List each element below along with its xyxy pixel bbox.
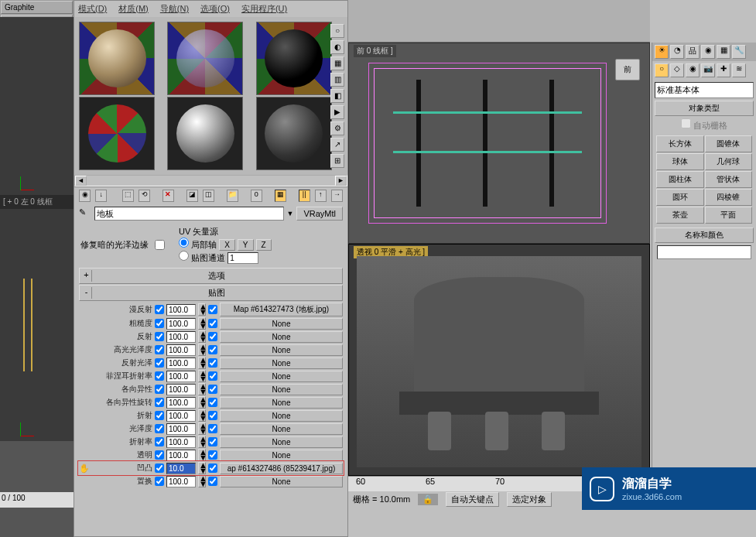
map-slot-button[interactable]: None bbox=[220, 344, 343, 356]
map-channel-input[interactable] bbox=[227, 252, 258, 264]
map-amount-input[interactable] bbox=[166, 463, 196, 474]
viewcube-front[interactable]: 前 bbox=[615, 59, 640, 80]
map-on-checkbox[interactable] bbox=[208, 385, 217, 394]
reset-map-icon[interactable]: ⟲ bbox=[139, 190, 150, 202]
primitive-button[interactable]: 圆环 bbox=[656, 189, 704, 206]
expand-icon[interactable]: + bbox=[81, 270, 92, 282]
object-name-input[interactable] bbox=[657, 245, 751, 259]
spinner-buttons[interactable]: ▲▼ bbox=[198, 370, 206, 382]
primitive-button[interactable]: 球体 bbox=[656, 153, 704, 170]
map-on-checkbox[interactable] bbox=[208, 332, 217, 341]
map-on-checkbox[interactable] bbox=[208, 437, 217, 446]
map-on-checkbox[interactable] bbox=[208, 319, 217, 328]
map-enable-checkbox[interactable] bbox=[155, 424, 164, 433]
viewport-perspective[interactable]: 透视 0 平滑 + 高光 ] 前 bbox=[348, 244, 650, 476]
map-on-checkbox[interactable] bbox=[208, 398, 217, 407]
spinner-buttons[interactable]: ▲▼ bbox=[198, 383, 206, 395]
make-unique-icon[interactable]: ◫ bbox=[203, 190, 214, 202]
map-enable-checkbox[interactable] bbox=[155, 358, 164, 368]
map-amount-input[interactable] bbox=[166, 450, 196, 461]
menu-nav[interactable]: 导航(N) bbox=[160, 3, 189, 15]
geometry-category-dropdown[interactable]: 标准基本体 bbox=[655, 82, 754, 98]
map-amount-input[interactable] bbox=[166, 318, 196, 330]
map-slot-button[interactable]: None bbox=[220, 410, 343, 422]
spinner-buttons[interactable]: ▲▼ bbox=[198, 462, 206, 474]
select-by-mat-icon[interactable]: ↗ bbox=[330, 138, 344, 152]
video-check-icon[interactable]: ◧ bbox=[330, 89, 344, 103]
modify-tab-icon[interactable]: ◔ bbox=[670, 45, 684, 59]
map-enable-checkbox[interactable] bbox=[155, 319, 164, 328]
material-type-button[interactable]: VRayMtl bbox=[296, 207, 343, 221]
dark-edge-checkbox[interactable] bbox=[155, 240, 165, 250]
map-slot-button[interactable]: None bbox=[220, 371, 343, 382]
map-amount-input[interactable] bbox=[166, 476, 196, 487]
spinner-buttons[interactable]: ▲▼ bbox=[198, 422, 206, 435]
map-amount-input[interactable] bbox=[166, 357, 196, 369]
create-tab-icon[interactable]: ☀ bbox=[655, 45, 669, 59]
shapes-tab-icon[interactable]: ◇ bbox=[670, 63, 684, 77]
menu-options[interactable]: 选项(O) bbox=[200, 3, 230, 15]
spinner-buttons[interactable]: ▲▼ bbox=[198, 449, 206, 461]
map-amount-input[interactable] bbox=[166, 304, 196, 316]
lights-tab-icon[interactable]: ◉ bbox=[686, 63, 700, 77]
primitive-button[interactable]: 平面 bbox=[705, 207, 753, 224]
menu-mode[interactable]: 模式(D) bbox=[78, 3, 107, 15]
map-enable-checkbox[interactable] bbox=[155, 477, 164, 486]
axis-x-button[interactable]: X bbox=[219, 239, 235, 251]
menu-material[interactable]: 材质(M) bbox=[118, 3, 149, 15]
map-slot-button[interactable]: None bbox=[220, 476, 343, 487]
spinner-buttons[interactable]: ▲▼ bbox=[198, 303, 206, 316]
primitive-button[interactable]: 茶壶 bbox=[656, 207, 704, 224]
map-on-checkbox[interactable] bbox=[208, 305, 217, 314]
map-slot-button[interactable]: None bbox=[220, 384, 343, 395]
menu-util[interactable]: 实用程序(U) bbox=[241, 3, 287, 15]
cameras-tab-icon[interactable]: 📷 bbox=[701, 63, 715, 77]
scroll-right-icon[interactable]: ► bbox=[335, 176, 347, 186]
material-slot-4[interactable] bbox=[79, 97, 155, 170]
options-section-header[interactable]: + 选项 bbox=[79, 268, 343, 284]
sample-type-icon[interactable]: ○ bbox=[330, 24, 344, 38]
collapse-icon[interactable]: - bbox=[81, 287, 92, 299]
material-slot-1[interactable] bbox=[79, 22, 155, 95]
sample-uv-icon[interactable]: ▥ bbox=[330, 73, 344, 87]
map-slot-button[interactable]: None bbox=[220, 397, 343, 409]
maps-section-header[interactable]: - 贴图 bbox=[79, 285, 343, 301]
map-slot-button[interactable]: None bbox=[220, 331, 343, 343]
preview-icon[interactable]: ▶ bbox=[330, 105, 344, 119]
map-amount-input[interactable] bbox=[166, 436, 196, 448]
axis-z-button[interactable]: Z bbox=[256, 239, 272, 251]
primitive-button[interactable]: 圆柱体 bbox=[656, 171, 704, 188]
map-enable-checkbox[interactable] bbox=[155, 371, 164, 381]
primitive-button[interactable]: 长方体 bbox=[656, 135, 704, 152]
spinner-buttons[interactable]: ▲▼ bbox=[198, 357, 206, 369]
map-slot-button[interactable]: Map #614327473 (地板.jpg) bbox=[220, 303, 343, 316]
go-forward-icon[interactable]: → bbox=[331, 190, 343, 202]
map-amount-input[interactable] bbox=[166, 371, 196, 382]
graphite-tab[interactable]: Graphite bbox=[1, 1, 73, 14]
primitive-button[interactable]: 管状体 bbox=[705, 171, 753, 188]
show-map-viewport-icon[interactable]: ▦ bbox=[275, 190, 286, 202]
local-axis-radio[interactable] bbox=[179, 238, 189, 248]
put-to-scene-icon[interactable]: ↓ bbox=[95, 190, 107, 202]
mat-map-nav-icon[interactable]: ⊞ bbox=[330, 154, 344, 168]
material-slot-6[interactable] bbox=[256, 97, 332, 170]
map-on-checkbox[interactable] bbox=[208, 450, 217, 460]
spacewarps-tab-icon[interactable]: ≋ bbox=[732, 63, 746, 77]
mat-id-icon[interactable]: 0 bbox=[251, 190, 262, 202]
map-amount-input[interactable] bbox=[166, 423, 196, 435]
go-to-parent-icon[interactable]: ↑ bbox=[315, 190, 327, 202]
spinner-buttons[interactable]: ▲▼ bbox=[198, 330, 206, 343]
map-slot-button[interactable]: None bbox=[220, 357, 343, 369]
map-enable-checkbox[interactable] bbox=[155, 411, 164, 420]
viewport-front[interactable]: 前 0 线框 ] 前 bbox=[348, 43, 650, 244]
map-on-checkbox[interactable] bbox=[208, 477, 217, 486]
map-amount-input[interactable] bbox=[166, 397, 196, 409]
primitive-button[interactable]: 几何球 bbox=[705, 153, 753, 170]
make-copy-icon[interactable]: ◪ bbox=[186, 190, 198, 202]
background-icon[interactable]: ▦ bbox=[330, 56, 344, 70]
selected-obj-button[interactable]: 选定对象 bbox=[507, 492, 552, 507]
lock-icon[interactable]: 🔒 bbox=[418, 494, 438, 505]
map-on-checkbox[interactable] bbox=[208, 371, 217, 381]
object-type-header[interactable]: 对象类型 bbox=[655, 101, 754, 116]
spinner-buttons[interactable]: ▲▼ bbox=[198, 317, 206, 330]
